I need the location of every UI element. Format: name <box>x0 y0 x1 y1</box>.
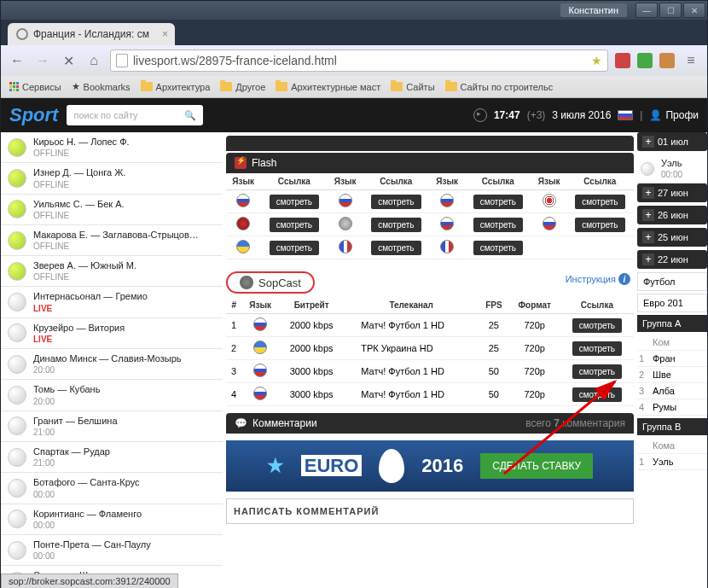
close-button[interactable]: ✕ <box>683 3 705 18</box>
extension-icon[interactable] <box>659 53 675 68</box>
tab-close-icon[interactable]: × <box>162 28 168 40</box>
standings-row[interactable]: 1Фран <box>637 351 707 367</box>
match-row[interactable]: Уильямс С. — Бек А. OFFLINE <box>1 195 223 225</box>
sopcast-badge: SopCast <box>226 271 315 294</box>
menu-icon[interactable]: ≡ <box>682 51 700 70</box>
lang-flag-icon <box>339 217 352 230</box>
watch-button[interactable]: смотреть <box>575 218 624 232</box>
bookmark-folder[interactable]: Сайты <box>391 82 434 92</box>
watch-button[interactable]: смотреть <box>270 241 319 255</box>
minimize-button[interactable]: — <box>635 3 658 18</box>
flash-row: смотретьсмотретьсмотреть <box>226 236 634 259</box>
maximize-button[interactable]: ☐ <box>659 3 682 18</box>
match-status: LIVE <box>33 303 148 314</box>
info-icon: i <box>618 273 630 285</box>
sopcast-icon <box>240 276 253 289</box>
side-link[interactable]: Евро 201 <box>637 294 707 312</box>
match-row[interactable]: Крузейро — Витория LIVE <box>1 318 223 349</box>
folder-icon <box>445 82 457 91</box>
date-pill[interactable]: +25 июн <box>637 228 707 247</box>
tab-favicon <box>16 28 28 40</box>
instruction-link[interactable]: Инструкция i <box>566 273 630 285</box>
site-logo[interactable]: Sport <box>9 104 58 126</box>
match-title: Понте-Прета — Сан-Паулу <box>33 539 151 550</box>
browser-tab[interactable]: Франция - Исландия: см × <box>8 23 175 45</box>
watch-button[interactable]: смотреть <box>572 341 622 356</box>
soccer-ball-icon <box>8 541 26 560</box>
match-row[interactable]: Зверев А. — Южный М. OFFLINE <box>1 256 223 287</box>
match-row[interactable]: Интернасьонал — Гремио LIVE <box>1 287 223 317</box>
match-row[interactable]: Уэль00:00 <box>637 154 707 183</box>
banner-cta-button[interactable]: СДЕЛАТЬ СТАВКУ <box>480 453 593 479</box>
watch-button[interactable]: смотреть <box>575 195 624 209</box>
match-row[interactable]: Динамо Минск — Славия-Мозырь 20:00 <box>1 349 223 380</box>
date-pill[interactable]: +26 июн <box>637 206 707 224</box>
match-row[interactable]: Макарова Е. — Заглавова-Стрыцов… OFFLINE <box>1 225 223 256</box>
standings-row[interactable]: 1Уэль <box>637 454 707 470</box>
sopcast-table: #ЯзыкБитрейтТелеканалFPSФорматСсылка 1 2… <box>226 297 634 406</box>
date-pill[interactable]: +01 июл <box>637 132 707 151</box>
watch-button[interactable]: смотреть <box>371 195 421 209</box>
match-row[interactable]: Кирьос Н. — Лопес Ф. OFFLINE <box>1 132 223 163</box>
match-status: 00:00 <box>33 550 151 562</box>
reload-button[interactable]: ✕ <box>59 51 78 70</box>
watch-button[interactable]: смотреть <box>270 195 319 209</box>
folder-icon <box>141 82 153 91</box>
watch-button[interactable]: смотреть <box>572 387 622 402</box>
sopcast-row: 2 2000 kbps ТРК Украина HD 25 720p смотр… <box>226 337 634 360</box>
match-title: Томь — Кубань <box>33 383 100 395</box>
language-flag[interactable] <box>618 110 633 120</box>
side-link[interactable]: Футбол <box>637 272 707 291</box>
match-row[interactable]: Томь — Кубань 20:00 <box>1 380 223 410</box>
comments-header: 💬 Комментарии всего 7 комментария <box>226 413 634 434</box>
watch-button[interactable]: смотреть <box>371 241 421 255</box>
forward-button[interactable]: → <box>33 51 52 70</box>
soccer-ball-icon <box>8 448 26 467</box>
bookmark-folder[interactable]: Сайты по строительс <box>445 82 554 92</box>
watch-button[interactable]: смотреть <box>572 318 622 333</box>
apps-button[interactable]: Сервисы <box>9 82 61 92</box>
match-row[interactable]: Понте-Прета — Сан-Паулу 00:00 <box>1 535 223 566</box>
date-pill[interactable]: +27 июн <box>637 183 707 202</box>
match-title: Макарова Е. — Заглавова-Стрыцов… <box>33 229 199 241</box>
extension-icon[interactable] <box>637 53 653 68</box>
bookmark-item[interactable]: ★ Bookmarks <box>72 81 131 92</box>
lang-flag-icon <box>440 240 454 253</box>
tennis-ball-icon <box>8 200 26 218</box>
promo-banner[interactable]: ★ EURO 2016 СДЕЛАТЬ СТАВКУ <box>226 440 634 492</box>
match-row[interactable]: Спартак — Рудар 21:00 <box>1 442 223 473</box>
standings-row[interactable]: 2Шве <box>637 367 707 383</box>
bookmark-folder[interactable]: Другое <box>220 82 265 92</box>
match-row[interactable]: Коринтианс — Фламенго 00:00 <box>1 504 223 535</box>
bookmark-folder[interactable]: Архитектурные маст <box>276 82 380 92</box>
flash-icon <box>235 157 247 169</box>
watch-button[interactable]: смотреть <box>473 241 523 255</box>
match-row[interactable]: Гранит — Белшина 21:00 <box>1 411 223 442</box>
match-status: 21:00 <box>33 427 118 438</box>
match-row[interactable]: Ботафого — Санта-Крус 00:00 <box>1 473 223 504</box>
standings-row[interactable]: 3Алба <box>637 383 707 399</box>
standings-row[interactable]: 4Румы <box>637 399 707 416</box>
lang-flag-icon <box>339 194 352 207</box>
match-status: 00:00 <box>33 489 140 500</box>
watch-button[interactable]: смотреть <box>270 218 319 232</box>
watch-button[interactable]: смотреть <box>473 195 523 209</box>
watch-button[interactable]: смотреть <box>473 218 523 232</box>
profile-link[interactable]: 👤 Профи <box>649 109 699 121</box>
search-input[interactable]: поиск по сайту 🔍 <box>67 105 203 125</box>
soccer-ball-icon <box>8 293 26 311</box>
match-title: Интернасьонал — Гремио <box>33 290 148 302</box>
url-input[interactable]: livesport.ws/28975-france-iceland.html ★ <box>110 49 608 72</box>
bookmark-folder[interactable]: Архитектура <box>141 82 211 92</box>
page-icon <box>116 54 128 67</box>
extension-icon[interactable] <box>615 53 630 68</box>
watch-button[interactable]: смотреть <box>371 218 421 232</box>
watch-button[interactable]: смотреть <box>572 364 622 379</box>
home-button[interactable]: ⌂ <box>84 51 103 70</box>
back-button[interactable]: ← <box>8 51 26 70</box>
match-row[interactable]: Изнер Д. — Цонга Ж. OFFLINE <box>1 163 223 194</box>
comment-form[interactable]: НАПИСАТЬ КОММЕНТАРИЙ <box>226 498 634 524</box>
bookmark-star-icon[interactable]: ★ <box>591 54 602 67</box>
folder-icon <box>276 82 287 91</box>
date-pill[interactable]: +22 июн <box>637 250 707 269</box>
